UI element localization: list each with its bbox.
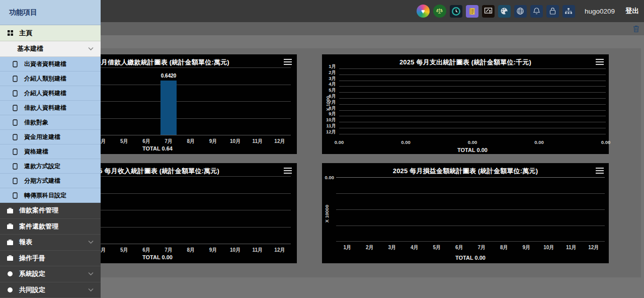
sidebar-item-label: 共同設定	[19, 285, 45, 294]
x-axis-label: 4月	[405, 244, 425, 251]
sidebar-item-2[interactable]: 出資者資料建檔	[0, 57, 101, 71]
x-axis-label: 10月	[225, 138, 246, 145]
x-axis-label: 9月	[516, 244, 536, 251]
x-axis-label: 10月	[539, 244, 559, 251]
chart-total-label: TOTAL 0.00	[442, 147, 503, 153]
x-axis-label: 6月	[136, 247, 156, 254]
x-axis-tick: 0.00	[397, 139, 415, 145]
gridline	[336, 209, 605, 210]
x-axis-label: 10月	[225, 247, 246, 254]
sidebar-item-1[interactable]: 基本建檔	[0, 41, 101, 57]
x-axis-label: 11月	[248, 247, 268, 254]
chart-total-label: TOTAL 0.00	[440, 255, 501, 261]
bell-icon[interactable]	[530, 5, 543, 18]
x-axis-label: 5月	[427, 244, 447, 251]
presentation-icon[interactable]	[482, 5, 495, 18]
sidebar-item-9[interactable]: 還款方式設定	[0, 159, 101, 174]
x-axis-label: 8月	[181, 247, 201, 254]
balance-icon[interactable]	[433, 5, 446, 18]
sidebar-item-16[interactable]: 系統設定	[0, 266, 101, 282]
doc-icon	[11, 192, 19, 199]
x-axis-label: 11月	[561, 244, 581, 251]
chevron-down-icon	[88, 288, 94, 291]
palette-icon[interactable]	[498, 5, 511, 18]
doc-icon	[11, 163, 19, 170]
doc-icon	[11, 178, 19, 184]
sidebar: 功能項目 主頁基本建檔出資者資料建檔介紹人類別建檔介紹人資料建檔借款人資料建檔借…	[0, 0, 101, 298]
sidebar-item-label: 報表	[19, 238, 32, 247]
x-axis-label: 12月	[270, 138, 290, 145]
sidebar-item-15[interactable]: 操作手冊	[0, 251, 101, 267]
chart-menu-icon[interactable]	[596, 59, 604, 65]
grid-icon	[6, 30, 14, 36]
gridline	[336, 241, 605, 242]
sidebar-item-label: 介紹人資料建檔	[24, 89, 66, 98]
briefcase-icon	[6, 239, 14, 246]
gridline	[336, 193, 605, 194]
globe-icon[interactable]	[514, 5, 527, 18]
sidebar-item-label: 系統設定	[19, 269, 45, 278]
x-axis-label: 3月	[382, 244, 402, 251]
y-axis-label: 12月	[322, 129, 336, 135]
chart-panel-profit-loss: 2025 每月損益金額統計圖表 (統計金額單位:萬元) 0.001月2月3月4月…	[322, 163, 609, 263]
gridline	[339, 110, 606, 111]
x-axis-label: 8月	[181, 138, 201, 145]
sidebar-item-11[interactable]: 轉傳票科目設定	[0, 188, 101, 203]
gridline	[339, 98, 606, 99]
sidebar-item-label: 操作手冊	[19, 254, 45, 263]
logout-button[interactable]: 登出	[625, 7, 639, 16]
sidebar-item-12[interactable]: 借款案件管理	[0, 203, 101, 219]
x-axis-tick: 0.00	[530, 139, 548, 145]
trash-icon[interactable]	[633, 25, 639, 33]
gridline	[339, 134, 606, 134]
chart-title: 2025 每月支出統計圖表 (統計金額單位:千元)	[322, 58, 609, 67]
sidebar-item-17[interactable]: 共同設定	[0, 282, 101, 298]
briefcase-icon	[6, 223, 14, 230]
y-axis-unit-label: X 10000	[324, 199, 330, 229]
x-axis-label: 1月	[337, 244, 357, 251]
doc-icon	[11, 148, 19, 155]
sidebar-item-label: 借款人資料建檔	[24, 104, 66, 112]
x-axis-tick: 0.00	[597, 139, 615, 145]
lock-icon[interactable]	[546, 5, 559, 18]
x-axis-label: 11月	[248, 138, 268, 145]
x-axis-label: 9月	[203, 247, 223, 254]
clock-icon[interactable]	[450, 5, 462, 18]
sidebar-item-label: 資金用途建檔	[24, 133, 60, 141]
chevron-down-icon	[88, 272, 94, 276]
circle-icon	[6, 271, 14, 277]
doc-icon	[11, 119, 19, 126]
briefcase-icon	[6, 207, 14, 214]
bar	[160, 81, 177, 135]
gridline	[339, 116, 606, 116]
sidebar-item-7[interactable]: 資金用途建檔	[0, 130, 101, 144]
chart-total-label: TOTAL 0.00	[127, 254, 188, 260]
scroll-icon[interactable]	[466, 5, 478, 18]
chart-menu-icon[interactable]	[284, 59, 292, 65]
x-axis-label: 9月	[203, 138, 223, 145]
sidebar-item-4[interactable]: 介紹人資料建檔	[0, 86, 101, 101]
sidebar-item-label: 案件還款管理	[19, 222, 58, 231]
sidebar-item-14[interactable]: 報表	[0, 235, 101, 251]
chart-menu-icon[interactable]	[284, 168, 292, 174]
sidebar-item-13[interactable]: 案件還款管理	[0, 219, 101, 235]
chart-menu-icon[interactable]	[596, 168, 604, 174]
doc-icon	[11, 61, 19, 67]
sidebar-item-label: 轉傳票科目設定	[24, 191, 66, 200]
sidebar-item-3[interactable]: 介紹人類別建檔	[0, 71, 101, 86]
sidebar-item-label: 基本建檔	[17, 44, 43, 53]
brand-swirl-icon[interactable]: ♥	[417, 5, 430, 18]
chart-total-label: TOTAL 0.64	[127, 145, 188, 152]
gridline	[339, 74, 606, 75]
x-axis-tick: 0.00	[463, 139, 481, 145]
sitemap-icon[interactable]	[562, 5, 575, 18]
doc-icon	[11, 76, 19, 82]
x-axis-label: 6月	[449, 244, 469, 251]
sidebar-item-10[interactable]: 分期方式建檔	[0, 174, 101, 188]
gridline	[339, 86, 606, 87]
sidebar-item-0[interactable]: 主頁	[0, 25, 101, 41]
sidebar-item-5[interactable]: 借款人資料建檔	[0, 101, 101, 115]
x-axis-tick: 0.00	[330, 139, 348, 145]
sidebar-item-6[interactable]: 借款對象	[0, 115, 101, 130]
sidebar-item-8[interactable]: 資格建檔	[0, 144, 101, 159]
